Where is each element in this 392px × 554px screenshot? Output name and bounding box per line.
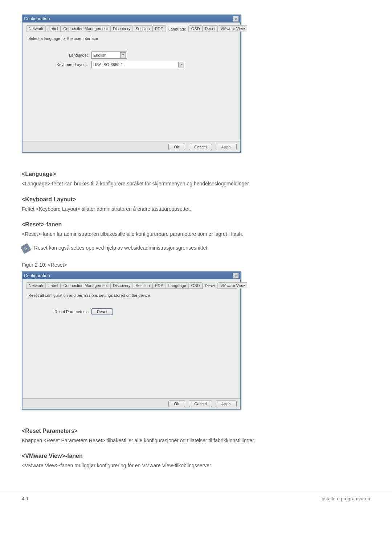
config-dialog-reset: Configuration ✕ Network Label Connection… [22,271,241,410]
ok-button[interactable]: OK [168,144,185,150]
text-keyboard: Feltet <Keyboard Layout> tillater admini… [22,206,370,213]
footer-section-title: Installere programvaren [320,496,370,501]
close-icon[interactable]: ✕ [233,16,239,22]
text-reset-params: Knappen <Reset Parameters Reset> tilbake… [22,437,370,444]
tab-rdp[interactable]: RDP [152,25,166,32]
tab-session[interactable]: Session [133,25,152,32]
keyboard-value: USA ISO-8859-1 [93,62,123,67]
heading-reset-tab: <Reset>-fanen [22,221,370,228]
tab-network[interactable]: Network [26,282,46,288]
tab-session[interactable]: Session [133,282,152,288]
pencil-icon: ✎ [20,243,31,254]
tab-vmware-view[interactable]: VMware View [218,25,247,32]
keyboard-label: Keyboard Layout: [26,62,91,67]
dialog-titlebar: Configuration ✕ [23,15,240,22]
cancel-button[interactable]: Cancel [189,401,212,407]
language-row: Language: English ▾ [26,52,237,59]
text-reset-tab: <Reset>-fanen lar administratoren tilbak… [22,231,370,238]
dialog-footer: OK Cancel Apply [23,398,240,409]
tab-language[interactable]: Language [166,26,189,32]
text-vmware: <VMware View>-fanen muliggjør konfigurer… [22,462,370,469]
heading-reset-params: <Reset Parameters> [22,428,370,434]
config-dialog-language: Configuration ✕ Network Label Connection… [22,15,241,153]
figure-caption: Figur 2-10: <Reset> [22,262,370,268]
cancel-button[interactable]: Cancel [189,144,212,150]
dialog-titlebar: Configuration ✕ [23,272,240,279]
page-footer: 4-1 Installere programvaren [0,492,392,516]
tab-label[interactable]: Label [46,25,61,32]
ok-button[interactable]: OK [168,401,185,407]
keyboard-dropdown[interactable]: USA ISO-8859-1 ▾ [91,61,185,68]
tab-reset[interactable]: Reset [203,25,218,32]
reset-label: Reset Parameters: [26,309,91,314]
heading-keyboard: <Keyboard Layout> [22,196,370,203]
tab-discovery[interactable]: Discovery [110,282,133,288]
apply-button[interactable]: Apply [216,401,237,407]
page-number: 4-1 [22,496,29,501]
reset-button[interactable]: Reset [91,308,113,315]
tab-osd[interactable]: OSD [189,282,203,288]
language-dropdown[interactable]: English ▾ [91,52,127,59]
tab-instruction: Reset all configuration and permissions … [28,293,237,297]
dialog-body: Network Label Connection Management Disc… [23,279,240,398]
dialog-title: Configuration [24,273,50,278]
tab-language[interactable]: Language [166,282,189,288]
tab-network[interactable]: Network [26,25,46,32]
reset-row: Reset Parameters: Reset [26,308,237,315]
language-value: English [93,53,106,57]
note-text: Reset kan også settes opp ved hjelp av w… [34,245,209,252]
heading-language: <Language> [22,171,370,177]
dialog-title: Configuration [24,16,50,21]
chevron-down-icon[interactable]: ▾ [120,52,126,58]
dialog-body: Network Label Connection Management Disc… [23,22,240,141]
keyboard-row: Keyboard Layout: USA ISO-8859-1 ▾ [26,61,237,68]
chevron-down-icon[interactable]: ▾ [178,62,184,67]
language-label: Language: [26,53,91,57]
tab-osd[interactable]: OSD [189,25,203,32]
tab-rdp[interactable]: RDP [152,282,166,288]
close-icon[interactable]: ✕ [233,273,239,279]
heading-vmware: <VMware View>-fanen [22,453,370,459]
tab-instruction: Select a language for the user interface [28,36,237,41]
tab-connection-management[interactable]: Connection Management [61,25,110,32]
text-language: <Language>-feltet kan brukes til å konfi… [22,180,370,188]
tab-connection-management[interactable]: Connection Management [61,282,110,288]
tab-vmware-view[interactable]: VMware View [218,282,247,288]
note-row: ✎ Reset kan også settes opp ved hjelp av… [22,245,370,253]
apply-button[interactable]: Apply [216,144,237,150]
tab-label[interactable]: Label [46,282,61,288]
tab-row: Network Label Connection Management Disc… [26,282,237,289]
tab-discovery[interactable]: Discovery [110,25,133,32]
dialog-footer: OK Cancel Apply [23,141,240,152]
tab-row: Network Label Connection Management Disc… [26,25,237,32]
tab-reset[interactable]: Reset [203,283,218,289]
